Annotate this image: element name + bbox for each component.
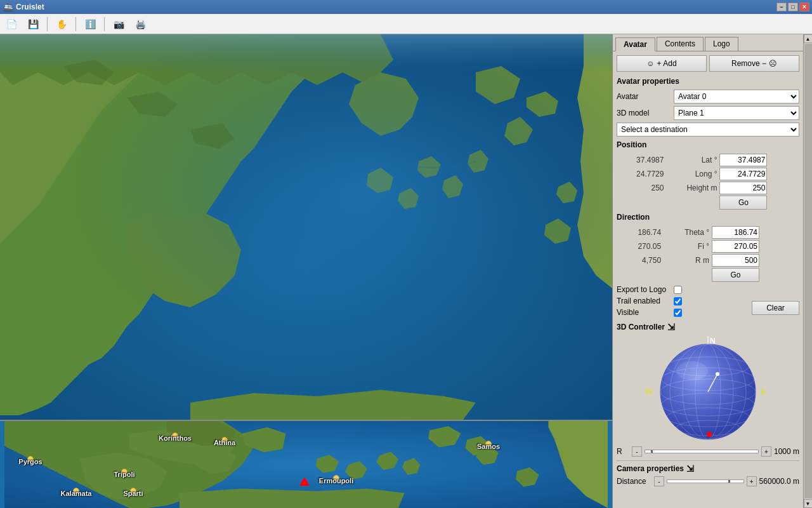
add-button[interactable]: ☺ + Add	[617, 55, 707, 72]
info-button[interactable]: ℹ️	[81, 16, 99, 32]
close-button[interactable]: ✕	[799, 3, 809, 11]
title-bar-controls: − □ ✕	[776, 3, 809, 11]
new-button[interactable]: 📄	[3, 16, 20, 32]
svg-point-25	[676, 361, 708, 380]
export-checkbox[interactable]	[674, 286, 682, 294]
clear-button[interactable]: Clear	[752, 301, 799, 315]
r-slider-track[interactable]	[645, 450, 759, 453]
r-row: 4,750 R m	[617, 253, 799, 267]
city-label-pyrgos: Pyrgos	[18, 458, 42, 465]
cities-layer: Korinthos Athina Pyrgos Tripoli Samos Er…	[0, 421, 612, 508]
controller-header: 3D Controller ⇲	[617, 322, 799, 332]
r-value-static: 4,750	[617, 253, 662, 267]
height-input[interactable]	[719, 182, 767, 194]
avatar-row: Avatar Avatar 0	[617, 90, 799, 104]
app-icon: 🚢	[3, 2, 13, 12]
city-label-sparti: Sparti	[123, 490, 143, 497]
hand-tool-button[interactable]: ✋	[53, 16, 70, 32]
controller-icon: ⇲	[667, 322, 675, 332]
scroll-up-arrow[interactable]: ▲	[804, 34, 813, 43]
visible-row: Visible	[617, 308, 682, 317]
trail-row: Trail enabled	[617, 297, 682, 305]
long-label: Long °	[665, 167, 718, 181]
open-button[interactable]: 💾	[24, 16, 42, 32]
trail-visible-row: Trail enabled Visible Clear	[617, 297, 799, 319]
theta-label: Theta °	[662, 225, 710, 239]
title-bar-left: 🚢 Cruislet	[3, 2, 44, 12]
camera-button[interactable]: 📷	[110, 16, 128, 32]
theta-input[interactable]	[712, 226, 759, 239]
camera-header: Camera properties ⇲	[617, 460, 799, 474]
right-panel: Avatar Contents Logo ☺ + Add Remove −	[612, 34, 812, 508]
destination-select[interactable]: Select a destination	[617, 123, 799, 137]
city-label-ermoupoli: Ermoupoli	[319, 477, 353, 485]
r-label: R m	[662, 253, 710, 267]
model-row: 3D model Plane 1	[617, 106, 799, 120]
model-label: 3D model	[617, 109, 674, 117]
height-row: 250 Height m	[617, 181, 799, 195]
map-area[interactable]: Korinthos Athina Pyrgos Tripoli Samos Er…	[0, 34, 612, 508]
lat-value-static: 37.4987	[617, 153, 665, 167]
visible-label: Visible	[617, 308, 674, 317]
scroll-down-arrow[interactable]: ▼	[804, 499, 813, 508]
avatar-select[interactable]: Avatar 0	[674, 90, 799, 104]
trail-label: Trail enabled	[617, 297, 674, 305]
direction-title: Direction	[617, 213, 799, 222]
maximize-button[interactable]: □	[788, 3, 798, 11]
distance-plus[interactable]: +	[747, 476, 757, 486]
toolbar-separator-3	[104, 17, 105, 31]
map-top-view[interactable]	[0, 34, 612, 420]
theta-row: 186.74 Theta °	[617, 225, 799, 239]
smiley-remove-icon: ☹	[769, 59, 777, 68]
svg-point-24	[707, 432, 712, 437]
height-label: Height m	[665, 181, 718, 195]
smiley-add-icon: ☺	[646, 59, 654, 68]
r-slider-value: 1000 m	[774, 447, 799, 456]
model-select[interactable]: Plane 1	[674, 106, 799, 120]
go-row-direction: Go	[617, 267, 799, 283]
remove-button[interactable]: Remove − ☹	[709, 55, 799, 72]
tab-avatar[interactable]: Avatar	[615, 37, 655, 51]
position-table: 37.4987 Lat ° 24.7729 Long ° 250 Height …	[617, 153, 799, 210]
lat-input[interactable]	[719, 154, 767, 166]
r-slider-plus[interactable]: +	[761, 446, 771, 457]
tab-contents[interactable]: Contents	[657, 37, 704, 51]
r-slider-row: R - + 1000 m	[617, 446, 799, 457]
print-button[interactable]: 🖨️	[131, 16, 149, 32]
map-bottom-view[interactable]: Korinthos Athina Pyrgos Tripoli Samos Er…	[0, 420, 612, 508]
long-input[interactable]	[719, 168, 767, 180]
position-title: Position	[617, 140, 799, 149]
export-label: Export to Logo	[617, 285, 674, 294]
tab-logo[interactable]: Logo	[705, 37, 738, 51]
distance-label: Distance	[617, 477, 652, 486]
fi-label: Fi °	[662, 239, 710, 253]
go-row-position: Go	[617, 195, 799, 210]
toolbar: 📄 💾 ✋ ℹ️ 📷 🖨️	[0, 14, 812, 34]
toolbar-separator-1	[47, 17, 48, 31]
r-input[interactable]	[712, 254, 759, 267]
minimize-button[interactable]: −	[776, 3, 787, 11]
city-label-tripoli: Tripoli	[114, 471, 135, 478]
scroll-thumb[interactable]	[804, 44, 812, 498]
distance-slider-track[interactable]	[667, 479, 744, 483]
lat-row: 37.4987 Lat °	[617, 153, 799, 167]
fi-row: 270.05 Fi °	[617, 239, 799, 253]
globe-container[interactable]: N E W	[641, 336, 775, 444]
go-direction-button[interactable]: Go	[712, 268, 759, 282]
main-layout: Korinthos Athina Pyrgos Tripoli Samos Er…	[0, 34, 812, 508]
long-value-static: 24.7729	[617, 167, 665, 181]
fi-input[interactable]	[712, 240, 759, 253]
city-label-athina: Athina	[214, 439, 235, 446]
go-position-button[interactable]: Go	[719, 196, 767, 210]
trail-checkbox[interactable]	[674, 297, 682, 305]
visible-checkbox[interactable]	[674, 309, 682, 317]
r-slider-minus[interactable]: -	[632, 446, 642, 457]
distance-minus[interactable]: -	[654, 476, 664, 486]
svg-text:W: W	[645, 387, 653, 396]
fi-value-static: 270.05	[617, 239, 662, 253]
svg-rect-4	[0, 34, 612, 161]
add-remove-row: ☺ + Add Remove − ☹	[617, 55, 799, 72]
svg-text:E: E	[761, 387, 766, 396]
scrollbar[interactable]: ▲ ▼	[803, 34, 812, 508]
avatar-marker	[299, 477, 310, 486]
